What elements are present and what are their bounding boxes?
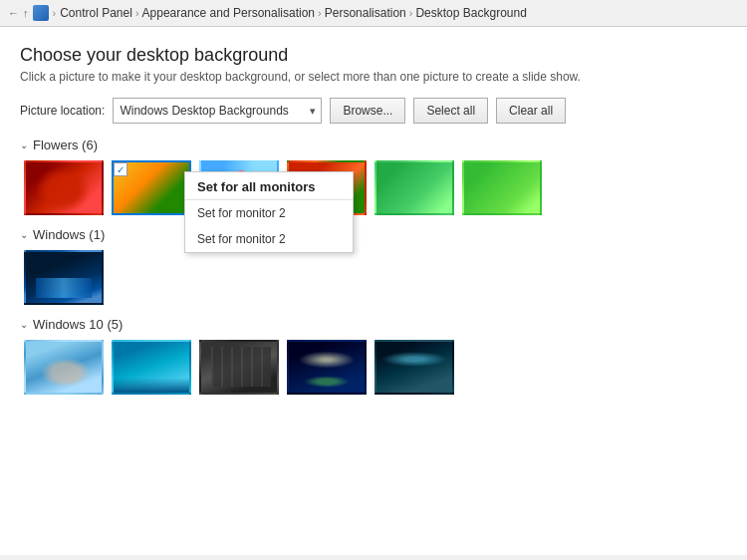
windows10-grid bbox=[20, 340, 727, 395]
list-item[interactable]: ✓ bbox=[112, 160, 191, 215]
context-menu-item-2[interactable]: Set for monitor 2 bbox=[185, 226, 353, 252]
thumb-checkbox-2[interactable]: ✓ bbox=[114, 162, 127, 176]
list-item[interactable] bbox=[462, 160, 542, 215]
chevron-down-icon: ⌄ bbox=[20, 140, 28, 150]
windows-thumb-1[interactable] bbox=[24, 250, 104, 305]
flower-thumb-1[interactable] bbox=[24, 160, 104, 215]
win10-thumb-4[interactable] bbox=[287, 340, 367, 395]
win10-thumb-3[interactable] bbox=[199, 340, 279, 395]
breadcrumb-personalisation[interactable]: Personalisation bbox=[325, 6, 406, 20]
context-menu-item-1[interactable]: Set for monitor 2 bbox=[185, 200, 353, 226]
section-windows-header[interactable]: ⌄ Windows (1) bbox=[20, 227, 727, 242]
list-item[interactable] bbox=[374, 160, 454, 215]
select-all-button[interactable]: Select all bbox=[413, 98, 488, 124]
section-windows10-header[interactable]: ⌄ Windows 10 (5) bbox=[20, 317, 727, 332]
browse-button[interactable]: Browse... bbox=[330, 98, 405, 124]
win10-thumb-1[interactable] bbox=[24, 340, 104, 395]
chevron-down-icon: ⌄ bbox=[20, 229, 28, 240]
page-title: Choose your desktop background bbox=[20, 45, 727, 66]
up-button[interactable]: ↑ bbox=[23, 7, 29, 19]
chevron-down-icon: ⌄ bbox=[20, 319, 28, 330]
breadcrumb-appearance[interactable]: Appearance and Personalisation bbox=[142, 6, 315, 20]
back-button[interactable]: ← bbox=[8, 7, 19, 19]
flowers-grid: ✓ bbox=[20, 160, 727, 215]
list-item[interactable] bbox=[374, 340, 454, 395]
main-content: Choose your desktop background Click a p… bbox=[0, 27, 747, 555]
section-windows10-title: Windows 10 (5) bbox=[33, 317, 123, 332]
breadcrumb-desktop-background[interactable]: Desktop Background bbox=[415, 6, 526, 20]
context-menu-title: Set for all monitors bbox=[185, 172, 353, 200]
win10-thumb-5[interactable] bbox=[374, 340, 454, 395]
breadcrumb: Control Panel › Appearance and Personali… bbox=[60, 6, 527, 20]
section-flowers-header[interactable]: ⌄ Flowers (6) bbox=[20, 138, 727, 152]
section-flowers: ⌄ Flowers (6) ✓ bbox=[20, 138, 727, 215]
list-item[interactable] bbox=[199, 340, 279, 395]
section-windows10: ⌄ Windows 10 (5) bbox=[20, 317, 727, 395]
section-windows-title: Windows (1) bbox=[33, 227, 105, 242]
list-item[interactable] bbox=[24, 250, 104, 305]
list-item[interactable] bbox=[287, 340, 367, 395]
location-label: Picture location: bbox=[20, 104, 105, 118]
context-menu: Set for all monitors Set for monitor 2 S… bbox=[184, 171, 354, 253]
location-select[interactable]: Windows Desktop Backgrounds bbox=[113, 98, 322, 124]
section-flowers-title: Flowers (6) bbox=[33, 138, 98, 152]
list-item[interactable] bbox=[24, 160, 104, 215]
windows-grid bbox=[20, 250, 727, 305]
navigation-bar: ← ↑ › Control Panel › Appearance and Per… bbox=[0, 0, 747, 27]
flower-thumb-6[interactable] bbox=[462, 160, 542, 215]
list-item[interactable] bbox=[24, 340, 104, 395]
page-subtitle: Click a picture to make it your desktop … bbox=[20, 70, 727, 84]
section-windows: ⌄ Windows (1) bbox=[20, 227, 727, 305]
flower-thumb-5[interactable] bbox=[374, 160, 454, 215]
list-item[interactable] bbox=[112, 340, 191, 395]
toolbar: Picture location: Windows Desktop Backgr… bbox=[20, 98, 727, 124]
breadcrumb-control-panel[interactable]: Control Panel bbox=[60, 6, 132, 20]
location-select-wrapper[interactable]: Windows Desktop Backgrounds bbox=[113, 98, 322, 124]
win10-thumb-2[interactable] bbox=[112, 340, 191, 395]
control-panel-icon bbox=[33, 5, 49, 21]
clear-all-button[interactable]: Clear all bbox=[496, 98, 566, 124]
